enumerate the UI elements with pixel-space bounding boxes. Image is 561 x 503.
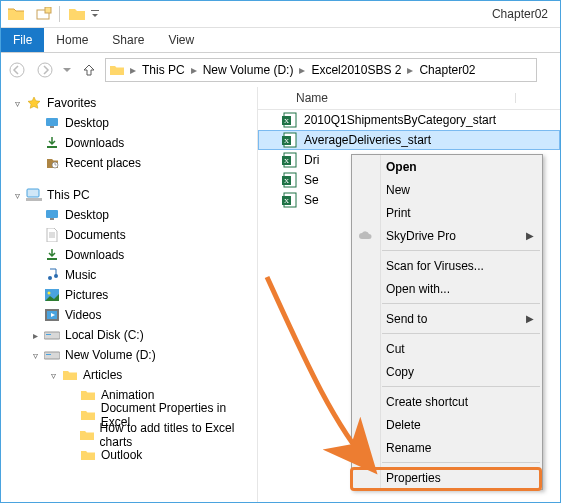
folder-icon — [79, 389, 97, 401]
folder-icon — [79, 449, 97, 461]
svg-rect-12 — [50, 218, 54, 220]
menu-cut[interactable]: Cut — [352, 337, 542, 360]
address-bar[interactable]: ▸ This PC ▸ New Volume (D:) ▸ Excel2010S… — [105, 58, 537, 82]
drive-icon — [43, 329, 61, 341]
svg-text:X: X — [284, 117, 289, 125]
expand-icon[interactable]: ▸ — [29, 330, 41, 341]
excel-file-icon: X — [282, 132, 298, 148]
menu-new[interactable]: New — [352, 178, 542, 201]
pictures-icon — [43, 289, 61, 301]
nav-label: Downloads — [65, 248, 124, 262]
nav-articles[interactable]: ▿Articles — [1, 365, 257, 385]
svg-rect-20 — [44, 332, 60, 339]
nav-label: Downloads — [65, 136, 124, 150]
submenu-arrow-icon: ▶ — [526, 313, 534, 324]
nav-downloads[interactable]: Downloads — [1, 245, 257, 265]
svg-rect-9 — [27, 189, 39, 197]
nav-desktop[interactable]: Desktop — [1, 205, 257, 225]
nav-label: Desktop — [65, 116, 109, 130]
menu-label: Open — [386, 160, 417, 174]
excel-file-icon: X — [282, 172, 298, 188]
context-menu: Open New Print SkyDrive Pro▶ Scan for Vi… — [351, 154, 543, 490]
qat-dropdown-icon[interactable] — [90, 5, 100, 23]
collapse-icon[interactable]: ▿ — [47, 370, 59, 381]
tab-file-label: File — [13, 33, 32, 47]
back-button[interactable] — [5, 58, 29, 82]
svg-rect-23 — [46, 354, 51, 355]
nav-videos[interactable]: Videos — [1, 305, 257, 325]
nav-this-pc[interactable]: ▿ This PC — [1, 185, 257, 205]
menu-separator — [382, 462, 540, 463]
nav-favorites[interactable]: ▿ Favorites — [1, 93, 257, 113]
nav-music[interactable]: Music — [1, 265, 257, 285]
videos-icon — [43, 309, 61, 321]
menu-label: Delete — [386, 418, 421, 432]
folder-icon — [79, 409, 97, 421]
nav-local-disk-c[interactable]: ▸Local Disk (C:) — [1, 325, 257, 345]
column-label: Name — [296, 91, 328, 105]
collapse-icon[interactable]: ▿ — [11, 98, 23, 109]
svg-rect-22 — [44, 352, 60, 359]
forward-button[interactable] — [33, 58, 57, 82]
svg-rect-11 — [46, 210, 58, 218]
star-icon — [25, 96, 43, 110]
menu-scan-viruses[interactable]: Scan for Viruses... — [352, 254, 542, 277]
column-header-name[interactable]: Name — [296, 91, 516, 105]
crumb-label: Excel2010SBS 2 — [311, 63, 401, 77]
crumb-new-volume[interactable]: New Volume (D:) — [199, 63, 298, 77]
tab-file[interactable]: File — [1, 28, 44, 52]
folder-icon — [7, 5, 25, 23]
menu-copy[interactable]: Copy — [352, 360, 542, 383]
menu-print[interactable]: Print — [352, 201, 542, 224]
qat-new-folder-icon[interactable] — [35, 5, 53, 23]
nav-pictures[interactable]: Pictures — [1, 285, 257, 305]
menu-create-shortcut[interactable]: Create shortcut — [352, 390, 542, 413]
crumb-chapter02[interactable]: Chapter02 — [415, 63, 479, 77]
collapse-icon[interactable]: ▿ — [29, 350, 41, 361]
menu-skydrive-pro[interactable]: SkyDrive Pro▶ — [352, 224, 542, 247]
menu-label: Properties — [386, 471, 441, 485]
nav-folder[interactable]: How to add titles to Excel charts — [1, 425, 257, 445]
nav-desktop[interactable]: Desktop — [1, 113, 257, 133]
tab-view[interactable]: View — [156, 28, 206, 52]
menu-properties[interactable]: Properties — [352, 466, 542, 489]
chevron-right-icon[interactable]: ▸ — [128, 63, 138, 77]
crumb-this-pc[interactable]: This PC — [138, 63, 189, 77]
folder-icon — [61, 369, 79, 381]
menu-label: Copy — [386, 365, 414, 379]
menu-open[interactable]: Open — [352, 155, 542, 178]
recent-locations-button[interactable] — [61, 58, 73, 82]
chevron-right-icon[interactable]: ▸ — [189, 63, 199, 77]
menu-label: Create shortcut — [386, 395, 468, 409]
svg-rect-7 — [47, 146, 57, 148]
tab-home[interactable]: Home — [44, 28, 100, 52]
excel-file-icon: X — [282, 112, 298, 128]
nav-documents[interactable]: Documents — [1, 225, 257, 245]
menu-send-to[interactable]: Send to▶ — [352, 307, 542, 330]
submenu-arrow-icon: ▶ — [526, 230, 534, 241]
excel-file-icon: X — [282, 192, 298, 208]
menu-open-with[interactable]: Open with... — [352, 277, 542, 300]
svg-point-14 — [48, 276, 52, 280]
chevron-right-icon[interactable]: ▸ — [297, 63, 307, 77]
chevron-right-icon[interactable]: ▸ — [405, 63, 415, 77]
tab-share[interactable]: Share — [100, 28, 156, 52]
recent-places-icon — [43, 157, 61, 169]
crumb-excel2010sbs[interactable]: Excel2010SBS 2 — [307, 63, 405, 77]
menu-label: Scan for Viruses... — [386, 259, 484, 273]
nav-recent-places[interactable]: Recent places — [1, 153, 257, 173]
menu-rename[interactable]: Rename — [352, 436, 542, 459]
menu-delete[interactable]: Delete — [352, 413, 542, 436]
nav-label: Music — [65, 268, 96, 282]
file-row[interactable]: X2010Q1ShipmentsByCategory_start — [258, 110, 560, 130]
file-name: Dri — [304, 153, 319, 167]
nav-label: Videos — [65, 308, 101, 322]
up-button[interactable] — [77, 58, 101, 82]
collapse-icon[interactable]: ▿ — [11, 190, 23, 201]
svg-rect-10 — [26, 198, 42, 201]
file-row[interactable]: XAverageDeliveries_start — [258, 130, 560, 150]
menu-label: Rename — [386, 441, 431, 455]
file-name: Se — [304, 193, 319, 207]
nav-downloads[interactable]: Downloads — [1, 133, 257, 153]
nav-new-volume-d[interactable]: ▿New Volume (D:) — [1, 345, 257, 365]
